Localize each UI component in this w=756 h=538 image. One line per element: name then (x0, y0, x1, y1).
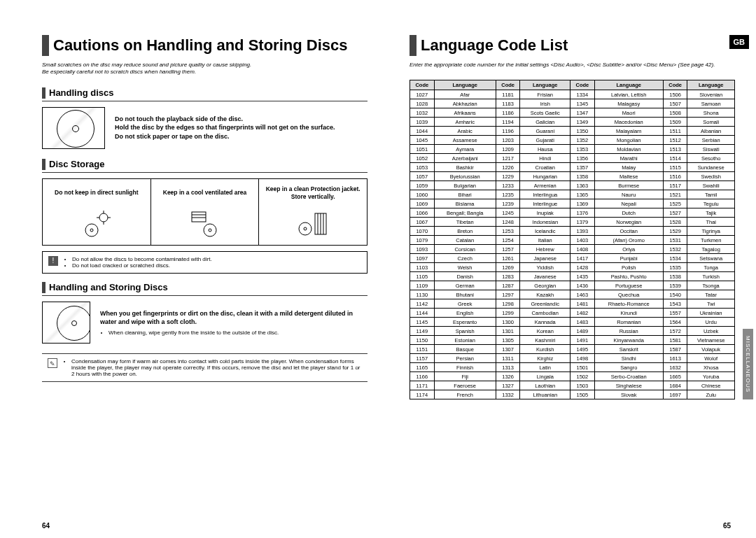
clean-bullet: When cleaning, wipe gently from the insi… (108, 330, 368, 336)
cell-code: 1157 (410, 354, 435, 363)
jacket-illustration (263, 207, 363, 241)
cell-code: 1506 (663, 90, 687, 99)
disc-hold-illustration (42, 107, 105, 149)
cell-code: 1067 (410, 218, 435, 227)
cell-code: 1393 (570, 227, 595, 236)
cell-code: 1539 (663, 281, 687, 290)
cell-lang: Byelorussian (434, 172, 496, 181)
cell-code: 1529 (663, 227, 687, 236)
sub-text: Handling and Storing Discs (49, 282, 168, 292)
cell-code: 1066 (410, 208, 435, 218)
cell-lang: Italian (520, 236, 570, 245)
cell-code: 1235 (496, 190, 520, 199)
cell-code: 1534 (663, 254, 687, 263)
table-row: 1060Bihari1235Interlingua1365Nauru1521Ta… (410, 190, 735, 199)
th-code: Code (570, 80, 595, 90)
cell-lang: Frisian (520, 90, 570, 99)
cell-code: 1032 (410, 108, 435, 118)
cell-lang: Arabic (434, 127, 496, 136)
cell-lang: Bengali; Bangla (434, 208, 496, 218)
cell-lang: Nepali (594, 199, 663, 208)
th-code: Code (496, 80, 520, 90)
cell-lang: Sangro (594, 363, 663, 372)
svg-point-6 (90, 229, 93, 232)
cell-lang: Norwegian (594, 218, 663, 227)
handling-line: Do not stick paper or tape on the disc. (115, 132, 335, 141)
cell-lang: Twi (687, 299, 735, 309)
th-lang: Language (434, 80, 496, 90)
title-accent-bar (42, 35, 49, 56)
cell-lang: Maori (594, 108, 663, 118)
exclaim-icon: ! (48, 256, 58, 266)
table-row: 1171Faeroese1327Laothian1503Singhalese16… (410, 381, 735, 390)
cell-lang: Occitan (594, 227, 663, 236)
cell-code: 1045 (410, 136, 435, 145)
cell-lang: Polish (594, 263, 663, 272)
right-title: Language Code List (410, 35, 735, 56)
cell-lang: Interlingua (520, 190, 570, 199)
gb-badge: GB (729, 35, 750, 49)
table-row: 1066Bengali; Bangla1245Inupiak1376Dutch1… (410, 208, 735, 218)
cell-lang: Serbo-Croatian (594, 372, 663, 381)
cell-code: 1572 (663, 327, 687, 336)
table-row: 1067Tibetan1248Indonesian1379Norwegian15… (410, 218, 735, 227)
cell-lang: Czech (434, 254, 496, 263)
cleaning-row: When you get fingerprints or dirt on the… (42, 302, 368, 344)
sub-accent (42, 159, 46, 170)
cell-lang: Croatian (520, 163, 570, 172)
table-row: 1151Basque1307Kurdish1495Sanskrit1587Vol… (410, 345, 735, 354)
cell-lang: Shona (687, 108, 735, 118)
svg-point-10 (204, 224, 216, 236)
cell-code: 1517 (663, 181, 687, 190)
cell-code: 1525 (663, 199, 687, 208)
cell-code: 1217 (496, 154, 520, 163)
cell-code: 1044 (410, 127, 435, 136)
cell-code: 1540 (663, 290, 687, 299)
cell-lang: Scots Gaelic (520, 108, 570, 118)
cell-lang: Kazakh (520, 290, 570, 299)
page-number-right: 65 (723, 522, 731, 530)
cell-code: 1194 (496, 118, 520, 127)
table-row: 1059Bulgarian1233Armenian1363Burmese1517… (410, 181, 735, 190)
table-row: 1144English1299Cambodian1482Kirundi1557U… (410, 309, 735, 318)
intro-line: Be especially careful not to scratch dis… (42, 69, 368, 76)
cell-lang: Bihari (434, 190, 496, 199)
table-row: 1149Spanish1301Korean1489Russian1572Uzbe… (410, 327, 735, 336)
cell-code: 1145 (410, 318, 435, 327)
cell-code: 1482 (570, 309, 595, 318)
cell-lang: Pashto, Pushto (594, 272, 663, 281)
cell-lang: Hindi (520, 154, 570, 163)
cell-lang: Samoan (687, 99, 735, 108)
cell-code: 1060 (410, 190, 435, 199)
table-row: 1166Fiji1326Lingala1502Serbo-Croatian166… (410, 372, 735, 381)
cell-lang: Turkmen (687, 236, 735, 245)
cell-lang: Quechua (594, 290, 663, 299)
cell-code: 1507 (663, 99, 687, 108)
th-lang: Language (687, 80, 735, 90)
cell-lang: Turkish (687, 272, 735, 281)
cell-code: 1253 (496, 227, 520, 236)
title-text: Language Code List (421, 36, 568, 55)
cell-code: 1358 (570, 172, 595, 181)
cell-lang: Interlingue (520, 199, 570, 208)
sub-text: Handling discs (49, 87, 113, 98)
cell-lang: Armenian (520, 181, 570, 190)
cell-lang: Dutch (594, 208, 663, 218)
cell-code: 1150 (410, 336, 435, 345)
cell-code: 1532 (663, 245, 687, 254)
table-row: 1157Persian1311Kirghiz1498Sindhi1613Wolo… (410, 354, 735, 363)
cell-lang: Slovenian (687, 90, 735, 99)
cell-lang: Indonesian (520, 218, 570, 227)
storage-label: Keep in a clean Protection jacket. Store… (263, 183, 363, 203)
cell-code: 1503 (570, 381, 595, 390)
cell-lang: Guarani (520, 127, 570, 136)
cell-code: 1183 (496, 99, 520, 108)
cell-lang: Xhosa (687, 363, 735, 372)
cell-code: 1093 (410, 245, 435, 254)
cell-lang: Kirghiz (520, 354, 570, 363)
cell-code: 1226 (496, 163, 520, 172)
note-item: Do not allow the discs to become contami… (72, 256, 212, 262)
cell-code: 1229 (496, 172, 520, 181)
cell-code: 1166 (410, 372, 435, 381)
table-row: 1174French1332Lithuanian1505Slovak1697Zu… (410, 390, 735, 399)
